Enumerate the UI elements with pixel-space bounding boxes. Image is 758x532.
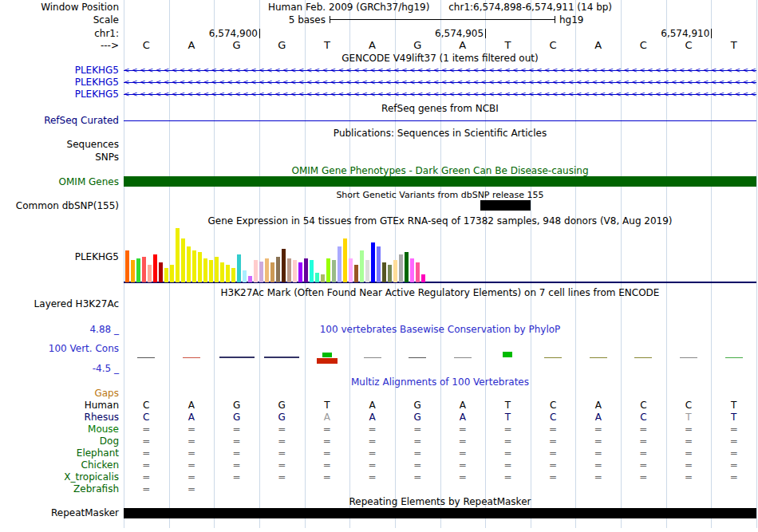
cons-mark-negative[interactable] xyxy=(317,358,338,364)
gtex-bar[interactable] xyxy=(265,258,269,282)
gtex-bar[interactable] xyxy=(332,260,336,282)
gtex-bar[interactable] xyxy=(326,258,330,282)
gtex-bar[interactable] xyxy=(226,265,230,282)
gtex-bar[interactable] xyxy=(360,250,364,282)
gtex-bar[interactable] xyxy=(421,274,425,282)
gtex-bar[interactable] xyxy=(393,260,397,282)
cons-mark[interactable] xyxy=(544,357,562,358)
species-label-elephant[interactable]: Elephant xyxy=(0,447,121,459)
cons-mark[interactable] xyxy=(590,357,607,358)
cons-mark[interactable] xyxy=(219,357,255,358)
transcript-label[interactable]: PLEKHG5 xyxy=(0,89,121,100)
gtex-bar[interactable] xyxy=(181,238,185,282)
gtex-bar[interactable] xyxy=(209,260,213,282)
gtex-bar[interactable] xyxy=(192,250,196,282)
repeatmasker-label[interactable]: RepeatMasker xyxy=(0,507,121,518)
gtex-bar[interactable] xyxy=(259,262,263,282)
transcript-label[interactable]: PLEKHG5 xyxy=(0,77,121,88)
repeatmasker-bar[interactable] xyxy=(124,508,756,518)
species-label-chicken[interactable]: Chicken xyxy=(0,459,121,471)
gtex-bar[interactable] xyxy=(198,252,202,282)
gtex-bar[interactable] xyxy=(270,262,274,282)
gtex-bar[interactable] xyxy=(410,258,414,282)
transcript-line[interactable]: <<<<<<<<<<<<<<<<<<<<<<<<<<<<<<<<<<<<<<<<… xyxy=(124,89,756,100)
cons-mark[interactable] xyxy=(454,357,472,358)
gtex-bar[interactable] xyxy=(243,270,247,282)
gtex-bar[interactable] xyxy=(159,262,163,282)
transcript-label[interactable]: PLEKHG5 xyxy=(0,65,121,76)
cons-mark-positive[interactable] xyxy=(322,353,332,357)
gtex-bar[interactable] xyxy=(349,258,353,282)
gtex-bar[interactable] xyxy=(276,257,280,282)
gtex-bar[interactable] xyxy=(176,228,180,282)
transcript-line[interactable]: <<<<<<<<<<<<<<<<<<<<<<<<<<<<<<<<<<<<<<<<… xyxy=(124,77,756,89)
gtex-bar[interactable] xyxy=(298,262,302,282)
cons-mark[interactable] xyxy=(725,357,743,358)
dbsnp-variant-bar[interactable] xyxy=(480,200,531,211)
cons-mark[interactable] xyxy=(364,357,381,358)
gtex-bar[interactable] xyxy=(371,242,375,282)
scale-bar-line xyxy=(330,19,555,20)
gtex-bar[interactable] xyxy=(237,254,241,282)
gtex-bar[interactable] xyxy=(343,238,347,282)
gtex-chart[interactable] xyxy=(124,227,756,282)
gtex-bar[interactable] xyxy=(203,258,207,282)
gtex-bar[interactable] xyxy=(382,262,386,282)
align-cell: = xyxy=(410,435,424,447)
gtex-bar[interactable] xyxy=(293,260,297,282)
cons-mark[interactable] xyxy=(183,357,200,358)
cons-mark-positive[interactable] xyxy=(503,352,512,357)
gtex-bar[interactable] xyxy=(125,250,129,282)
gtex-bar[interactable] xyxy=(170,265,174,282)
dbsnp-label[interactable]: Common dbSNP(155) xyxy=(0,200,121,211)
gtex-bar[interactable] xyxy=(354,265,358,282)
gtex-bar[interactable] xyxy=(153,254,157,282)
gtex-bar[interactable] xyxy=(304,258,308,282)
gtex-bar[interactable] xyxy=(142,257,146,282)
gtex-bar[interactable] xyxy=(220,262,224,282)
snps-label[interactable]: SNPs xyxy=(0,152,121,163)
gtex-bar[interactable] xyxy=(215,257,219,282)
gtex-bar[interactable] xyxy=(131,260,135,282)
gtex-bar[interactable] xyxy=(399,254,403,282)
refseq-curated-line[interactable] xyxy=(124,120,756,121)
gtex-bar[interactable] xyxy=(388,265,392,282)
gtex-bar[interactable] xyxy=(282,249,286,282)
species-label-dog[interactable]: Dog xyxy=(0,435,121,447)
gtex-bar[interactable] xyxy=(315,273,319,282)
gtex-bar[interactable] xyxy=(254,260,258,282)
omim-gene-bar[interactable] xyxy=(124,176,756,187)
gtex-bar[interactable] xyxy=(310,260,314,282)
cons-mark[interactable] xyxy=(137,357,155,358)
gtex-gene-label[interactable]: PLEKHG5 xyxy=(0,251,121,262)
species-label-x_tropicalis[interactable]: X_tropicalis xyxy=(0,471,121,483)
h3k27ac-label[interactable]: Layered H3K27Ac xyxy=(0,298,121,309)
transcript-line[interactable]: <<<<<<<<<<<<<<<<<<<<<<<<<<<<<<<<<<<<<<<<… xyxy=(124,65,756,77)
gtex-bar[interactable] xyxy=(405,252,409,282)
refseq-curated-label[interactable]: RefSeq Curated xyxy=(0,115,121,126)
gtex-bar[interactable] xyxy=(136,258,140,282)
species-label-zebrafish[interactable]: Zebrafish xyxy=(0,483,121,495)
gtex-bar[interactable] xyxy=(187,246,191,282)
species-label-mouse[interactable]: Mouse xyxy=(0,424,121,435)
sequences-label[interactable]: Sequences xyxy=(0,139,121,150)
gtex-bar[interactable] xyxy=(416,262,420,282)
gtex-bar[interactable] xyxy=(231,268,235,282)
gtex-bar[interactable] xyxy=(148,265,152,282)
gtex-bar[interactable] xyxy=(248,276,252,282)
omim-genes-label[interactable]: OMIM Genes xyxy=(0,176,121,187)
species-label-rhesus[interactable]: Rhesus xyxy=(0,412,121,423)
cons-mark[interactable] xyxy=(634,357,652,358)
cons-mark[interactable] xyxy=(264,357,299,358)
gtex-bar[interactable] xyxy=(164,268,168,282)
gtex-bar[interactable] xyxy=(377,246,381,282)
gaps-label[interactable]: Gaps xyxy=(0,388,121,399)
gtex-bar[interactable] xyxy=(338,246,341,282)
gtex-bar[interactable] xyxy=(287,258,291,282)
species-label-human[interactable]: Human xyxy=(0,400,121,411)
gtex-bar[interactable] xyxy=(365,260,369,282)
cons-mark[interactable] xyxy=(680,357,697,358)
cons-mark[interactable] xyxy=(409,357,426,358)
gtex-bar[interactable] xyxy=(321,274,325,282)
cons-label[interactable]: 100 Vert. Cons xyxy=(0,343,121,354)
